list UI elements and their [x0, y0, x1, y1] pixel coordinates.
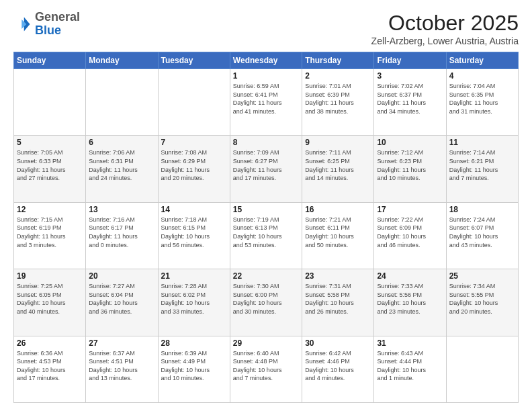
calendar-week-row: 26Sunrise: 6:36 AM Sunset: 4:53 PM Dayli… — [14, 336, 519, 402]
logo-blue: Blue — [35, 24, 61, 37]
day-info: Sunrise: 7:33 AM Sunset: 5:56 PM Dayligh… — [377, 282, 443, 316]
day-info: Sunrise: 7:27 AM Sunset: 6:04 PM Dayligh… — [89, 282, 154, 316]
calendar-cell: 8Sunrise: 7:09 AM Sunset: 6:27 PM Daylig… — [230, 136, 302, 202]
day-info: Sunrise: 7:11 AM Sunset: 6:25 PM Dayligh… — [305, 148, 371, 182]
day-info: Sunrise: 7:14 AM Sunset: 6:21 PM Dayligh… — [449, 148, 515, 182]
header: General Blue October 2025 Zell-Arzberg, … — [13, 11, 519, 46]
calendar-cell: 24Sunrise: 7:33 AM Sunset: 5:56 PM Dayli… — [374, 269, 446, 336]
calendar-cell: 6Sunrise: 7:06 AM Sunset: 6:31 PM Daylig… — [86, 136, 158, 202]
calendar-cell: 20Sunrise: 7:27 AM Sunset: 6:04 PM Dayli… — [86, 269, 158, 336]
month-title: October 2025 — [371, 11, 519, 36]
day-number: 15 — [233, 205, 299, 214]
calendar-cell: 23Sunrise: 7:31 AM Sunset: 5:58 PM Dayli… — [302, 269, 374, 336]
page: General Blue October 2025 Zell-Arzberg, … — [0, 0, 532, 411]
day-number: 30 — [305, 338, 371, 348]
calendar-cell: 3Sunrise: 7:02 AM Sunset: 6:37 PM Daylig… — [374, 69, 446, 136]
day-number: 17 — [377, 205, 443, 214]
calendar-week-row: 5Sunrise: 7:05 AM Sunset: 6:33 PM Daylig… — [14, 136, 519, 202]
day-number: 2 — [305, 71, 371, 81]
day-info: Sunrise: 7:12 AM Sunset: 6:23 PM Dayligh… — [377, 148, 443, 182]
calendar-week-row: 1Sunrise: 6:59 AM Sunset: 6:41 PM Daylig… — [14, 69, 519, 136]
day-info: Sunrise: 7:24 AM Sunset: 6:07 PM Dayligh… — [449, 216, 515, 249]
calendar-cell: 30Sunrise: 6:42 AM Sunset: 4:46 PM Dayli… — [302, 336, 374, 402]
calendar-cell: 29Sunrise: 6:40 AM Sunset: 4:48 PM Dayli… — [230, 336, 302, 402]
day-info: Sunrise: 6:43 AM Sunset: 4:44 PM Dayligh… — [377, 349, 443, 383]
day-number: 26 — [17, 338, 83, 348]
day-info: Sunrise: 6:37 AM Sunset: 4:51 PM Dayligh… — [89, 349, 154, 383]
day-number: 31 — [377, 338, 443, 348]
day-info: Sunrise: 7:30 AM Sunset: 6:00 PM Dayligh… — [233, 282, 299, 316]
day-number: 10 — [377, 138, 443, 147]
day-number: 14 — [161, 205, 227, 214]
day-number: 22 — [233, 271, 299, 281]
day-number: 11 — [449, 138, 515, 147]
day-info: Sunrise: 6:39 AM Sunset: 4:49 PM Dayligh… — [161, 349, 227, 383]
calendar-cell: 7Sunrise: 7:08 AM Sunset: 6:29 PM Daylig… — [158, 136, 230, 202]
logo-general: General — [35, 10, 80, 24]
logo: General Blue — [13, 11, 80, 38]
calendar-cell: 16Sunrise: 7:21 AM Sunset: 6:11 PM Dayli… — [302, 202, 374, 269]
day-header-monday: Monday — [86, 52, 158, 69]
calendar-cell: 12Sunrise: 7:15 AM Sunset: 6:19 PM Dayli… — [14, 202, 86, 269]
calendar-cell: 28Sunrise: 6:39 AM Sunset: 4:49 PM Dayli… — [158, 336, 230, 402]
day-number: 25 — [449, 271, 515, 281]
calendar-week-row: 12Sunrise: 7:15 AM Sunset: 6:19 PM Dayli… — [14, 202, 519, 269]
day-header-wednesday: Wednesday — [230, 52, 302, 69]
day-info: Sunrise: 6:40 AM Sunset: 4:48 PM Dayligh… — [233, 349, 299, 383]
day-number: 7 — [161, 138, 227, 147]
day-info: Sunrise: 7:05 AM Sunset: 6:33 PM Dayligh… — [17, 148, 83, 182]
calendar-cell: 10Sunrise: 7:12 AM Sunset: 6:23 PM Dayli… — [374, 136, 446, 202]
calendar-cell: 11Sunrise: 7:14 AM Sunset: 6:21 PM Dayli… — [446, 136, 518, 202]
calendar-cell — [446, 336, 518, 402]
day-number: 3 — [377, 71, 443, 81]
day-info: Sunrise: 7:22 AM Sunset: 6:09 PM Dayligh… — [377, 216, 443, 249]
calendar-cell: 1Sunrise: 6:59 AM Sunset: 6:41 PM Daylig… — [230, 69, 302, 136]
day-info: Sunrise: 7:06 AM Sunset: 6:31 PM Dayligh… — [89, 148, 154, 182]
day-info: Sunrise: 7:15 AM Sunset: 6:19 PM Dayligh… — [17, 216, 83, 249]
day-number: 12 — [17, 205, 83, 214]
day-header-tuesday: Tuesday — [158, 52, 230, 69]
day-number: 18 — [449, 205, 515, 214]
day-number: 6 — [89, 138, 154, 147]
day-header-thursday: Thursday — [302, 52, 374, 69]
day-number: 24 — [377, 271, 443, 281]
header-right: October 2025 Zell-Arzberg, Lower Austria… — [371, 11, 519, 46]
day-number: 8 — [233, 138, 299, 147]
calendar-week-row: 19Sunrise: 7:25 AM Sunset: 6:05 PM Dayli… — [14, 269, 519, 336]
calendar-cell: 22Sunrise: 7:30 AM Sunset: 6:00 PM Dayli… — [230, 269, 302, 336]
calendar-cell: 4Sunrise: 7:04 AM Sunset: 6:35 PM Daylig… — [446, 69, 518, 136]
calendar-cell: 31Sunrise: 6:43 AM Sunset: 4:44 PM Dayli… — [374, 336, 446, 402]
day-number: 9 — [305, 138, 371, 147]
day-info: Sunrise: 7:21 AM Sunset: 6:11 PM Dayligh… — [305, 216, 371, 249]
day-number: 29 — [233, 338, 299, 348]
logo-icon — [13, 15, 32, 34]
day-number: 27 — [89, 338, 154, 348]
day-info: Sunrise: 7:34 AM Sunset: 5:55 PM Dayligh… — [449, 282, 515, 316]
day-info: Sunrise: 7:28 AM Sunset: 6:02 PM Dayligh… — [161, 282, 227, 316]
day-info: Sunrise: 7:02 AM Sunset: 6:37 PM Dayligh… — [377, 82, 443, 116]
day-number: 20 — [89, 271, 154, 281]
calendar-cell: 9Sunrise: 7:11 AM Sunset: 6:25 PM Daylig… — [302, 136, 374, 202]
day-number: 4 — [449, 71, 515, 81]
day-number: 28 — [161, 338, 227, 348]
day-number: 5 — [17, 138, 83, 147]
day-header-sunday: Sunday — [14, 52, 86, 69]
day-info: Sunrise: 7:19 AM Sunset: 6:13 PM Dayligh… — [233, 216, 299, 249]
day-number: 21 — [161, 271, 227, 281]
calendar-cell: 5Sunrise: 7:05 AM Sunset: 6:33 PM Daylig… — [14, 136, 86, 202]
calendar-cell: 14Sunrise: 7:18 AM Sunset: 6:15 PM Dayli… — [158, 202, 230, 269]
day-header-friday: Friday — [374, 52, 446, 69]
calendar-cell: 27Sunrise: 6:37 AM Sunset: 4:51 PM Dayli… — [86, 336, 158, 402]
calendar-cell — [86, 69, 158, 136]
day-number: 13 — [89, 205, 154, 214]
location: Zell-Arzberg, Lower Austria, Austria — [371, 36, 519, 46]
day-info: Sunrise: 6:59 AM Sunset: 6:41 PM Dayligh… — [233, 82, 299, 116]
calendar-cell — [158, 69, 230, 136]
day-info: Sunrise: 7:09 AM Sunset: 6:27 PM Dayligh… — [233, 148, 299, 182]
day-info: Sunrise: 7:31 AM Sunset: 5:58 PM Dayligh… — [305, 282, 371, 316]
calendar-table: SundayMondayTuesdayWednesdayThursdayFrid… — [13, 52, 519, 403]
day-info: Sunrise: 7:08 AM Sunset: 6:29 PM Dayligh… — [161, 148, 227, 182]
calendar-cell: 13Sunrise: 7:16 AM Sunset: 6:17 PM Dayli… — [86, 202, 158, 269]
day-number: 16 — [305, 205, 371, 214]
calendar-cell: 26Sunrise: 6:36 AM Sunset: 4:53 PM Dayli… — [14, 336, 86, 402]
